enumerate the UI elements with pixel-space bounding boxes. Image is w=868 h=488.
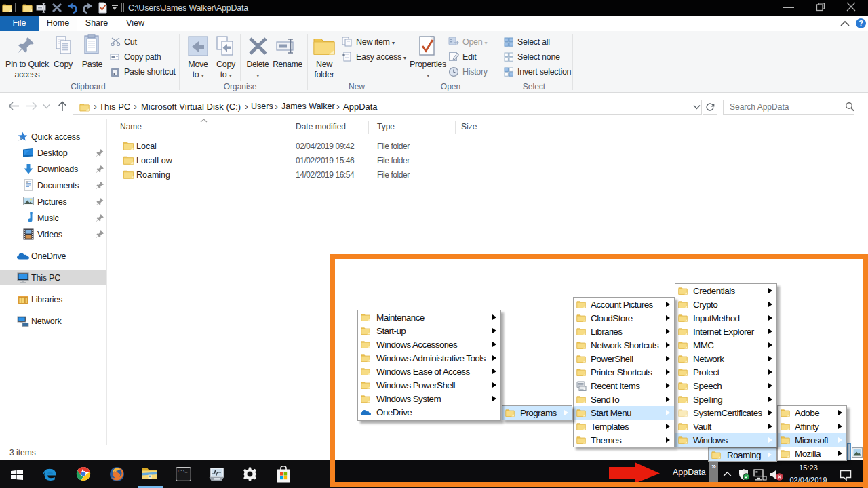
svg-text:C:\_: C:\_ <box>178 469 188 474</box>
